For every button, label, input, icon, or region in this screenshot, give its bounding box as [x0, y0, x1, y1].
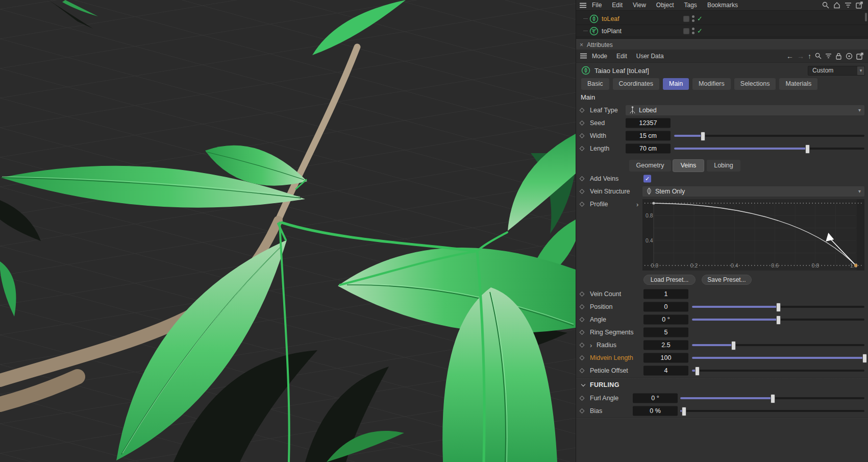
angle-slider[interactable] [692, 319, 864, 321]
visibility-dots[interactable] [692, 28, 695, 34]
menu-tags[interactable]: Tags [679, 2, 702, 9]
expand-chevron-icon[interactable]: › [636, 201, 638, 208]
keyframe-diamond[interactable] [580, 368, 585, 373]
object-name[interactable]: toPlant [602, 28, 622, 35]
petiole-offset-slider[interactable] [692, 370, 864, 372]
keyframe-diamond[interactable] [580, 304, 585, 309]
home-icon[interactable] [833, 2, 840, 9]
width-slider[interactable] [674, 135, 864, 137]
keyframe-diamond[interactable] [580, 355, 585, 360]
menu-object[interactable]: Object [651, 2, 679, 9]
close-icon[interactable]: × [576, 41, 587, 48]
search-icon[interactable] [822, 2, 829, 9]
profile-curve-editor[interactable]: 0.8 0.4 0.0 0.2 0.4 0.6 0.8 [642, 199, 864, 271]
save-preset-button[interactable]: Save Preset... [702, 275, 752, 285]
tab-main[interactable]: Main [663, 78, 689, 90]
length-input[interactable]: 70 cm [626, 143, 671, 153]
subtab-geometry[interactable]: Geometry [629, 160, 671, 172]
scrollbar-thumb[interactable] [865, 13, 867, 21]
menu-bookmarks[interactable]: Bookmarks [702, 2, 743, 9]
length-slider[interactable] [674, 148, 864, 150]
menu-file[interactable]: File [587, 2, 607, 9]
keyframe-diamond[interactable] [580, 291, 585, 297]
vein-count-input[interactable]: 1 [643, 289, 688, 299]
vein-subtabs: Geometry Veins Lobing [576, 160, 868, 172]
layer-toggle[interactable] [683, 16, 689, 22]
preset-value: Custom [808, 67, 833, 74]
radius-input[interactable]: 2.5 [643, 340, 688, 350]
object-row-toplant[interactable]: toPlant ✓ [576, 25, 868, 37]
preset-dropdown[interactable]: Custom ▾ [808, 66, 865, 76]
furl-angle-input[interactable]: 0 ° [633, 393, 678, 403]
keyframe-diamond[interactable] [580, 133, 585, 138]
menu-edit[interactable]: Edit [607, 2, 628, 9]
tab-coordinates[interactable]: Coordinates [613, 78, 659, 90]
viewport-3d[interactable] [0, 0, 576, 462]
keyframe-diamond[interactable] [580, 330, 585, 335]
width-input[interactable]: 15 cm [626, 131, 671, 140]
new-panel-icon[interactable] [856, 2, 863, 9]
lock-icon[interactable] [835, 53, 842, 60]
bias-slider[interactable] [680, 410, 864, 412]
tab-modifiers[interactable]: Modifiers [692, 78, 731, 90]
visibility-dots[interactable] [692, 15, 695, 22]
menu-view[interactable]: View [628, 2, 651, 9]
layer-toggle[interactable] [683, 28, 689, 34]
chevron-down-icon[interactable]: ▾ [857, 66, 864, 75]
keyframe-diamond[interactable] [580, 146, 585, 151]
bias-input[interactable]: 0 % [633, 406, 678, 416]
furling-section-header[interactable]: FURLING [576, 378, 868, 392]
back-icon[interactable]: ← [786, 53, 793, 60]
seed-input[interactable]: 12357 [626, 118, 671, 128]
vein-structure-dropdown[interactable]: Stem Only ▾ [642, 186, 864, 197]
midvein-length-input[interactable]: 100 [643, 353, 688, 362]
target-icon[interactable] [846, 53, 853, 60]
angle-input[interactable]: 0 ° [643, 314, 688, 324]
position-slider[interactable] [692, 306, 864, 308]
keyframe-diamond[interactable] [580, 343, 585, 348]
param-label: Profile [590, 201, 608, 208]
menu-user-data[interactable]: User Data [632, 53, 668, 60]
search-icon[interactable] [815, 53, 822, 59]
keyframe-diamond[interactable] [580, 176, 585, 181]
filter-icon[interactable] [845, 2, 852, 8]
tab-basic[interactable]: Basic [581, 78, 609, 90]
enabled-checkmark[interactable]: ✓ [697, 15, 703, 22]
subtab-lobing[interactable]: Lobing [707, 160, 740, 172]
filter-icon[interactable] [825, 53, 832, 59]
radius-slider[interactable] [692, 344, 864, 346]
keyframe-diamond[interactable] [580, 396, 585, 401]
application-window: File Edit View Object Tags Bookmarks [0, 0, 868, 462]
object-row-toleaf[interactable]: toLeaf ✓ [576, 13, 868, 25]
petiole-offset-input[interactable]: 4 [643, 366, 688, 375]
tab-materials[interactable]: Materials [779, 78, 817, 90]
new-window-icon[interactable] [856, 53, 863, 60]
tab-selections[interactable]: Selections [734, 78, 776, 90]
menu-edit[interactable]: Edit [612, 53, 632, 60]
up-icon[interactable]: ↑ [808, 53, 811, 60]
forward-icon[interactable]: → [797, 53, 804, 60]
param-row-ring-segments: Ring Segments 5 [576, 326, 868, 338]
midvein-length-slider[interactable] [692, 357, 864, 359]
keyframe-diamond[interactable] [580, 120, 585, 126]
object-name[interactable]: toLeaf [602, 15, 619, 22]
add-veins-checkbox[interactable]: ✓ [643, 175, 651, 182]
subtab-veins[interactable]: Veins [673, 160, 704, 172]
position-input[interactable]: 0 [643, 302, 688, 311]
chevron-down-icon: ▾ [858, 188, 864, 194]
keyframe-diamond[interactable] [580, 202, 585, 207]
keyframe-diamond[interactable] [580, 317, 585, 322]
ring-segments-input[interactable]: 5 [643, 327, 688, 337]
leaf-type-dropdown[interactable]: Lobed ▾ [626, 105, 864, 115]
hamburger-icon[interactable] [579, 3, 587, 8]
hamburger-icon[interactable] [580, 53, 587, 59]
keyframe-diamond[interactable] [580, 408, 585, 414]
load-preset-button[interactable]: Load Preset... [643, 275, 696, 285]
profile-curve-svg: 0.8 0.4 0.0 0.2 0.4 0.6 0.8 [642, 199, 864, 271]
keyframe-diamond[interactable] [580, 108, 585, 113]
keyframe-diamond[interactable] [580, 189, 585, 194]
furl-angle-slider[interactable] [680, 397, 864, 399]
enabled-checkmark[interactable]: ✓ [697, 27, 703, 35]
menu-mode[interactable]: Mode [587, 53, 612, 60]
expand-chevron-icon[interactable]: › [590, 341, 592, 349]
